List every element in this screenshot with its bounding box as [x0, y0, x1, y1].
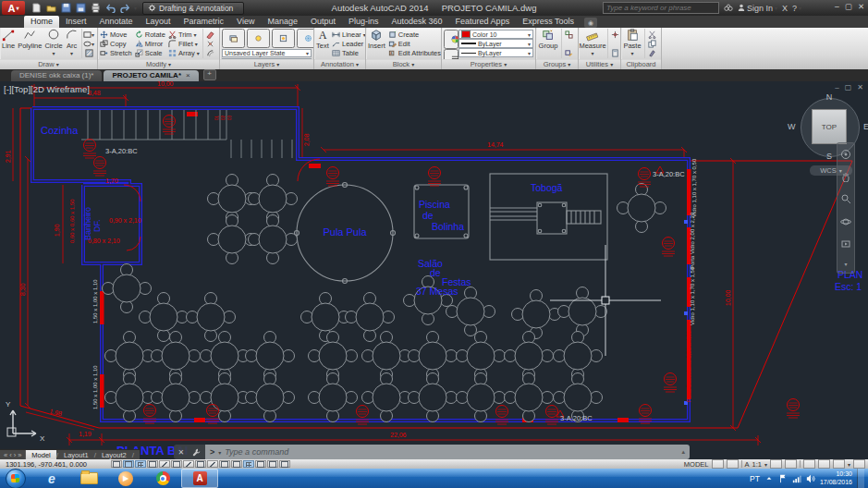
workspace-switch-button[interactable] — [803, 459, 815, 469]
status-menu-icon[interactable]: ▾ — [848, 461, 850, 468]
model-tab[interactable]: Model — [26, 450, 55, 459]
groups-panel-title[interactable]: Groups ▾ — [536, 59, 578, 69]
vp-close-icon[interactable]: ✕ — [857, 83, 863, 92]
layer-properties-icon[interactable] — [222, 29, 245, 48]
close-icon[interactable]: ✕ — [858, 2, 864, 11]
app-menu-button[interactable]: A▾ — [2, 1, 25, 15]
network-icon[interactable] — [792, 474, 801, 483]
search-binoculars-icon[interactable] — [724, 4, 733, 12]
block-panel-title[interactable]: Block ▾ — [366, 59, 441, 69]
file-tab-projeto-camila[interactable]: PROJETO CAMILA*× — [104, 70, 198, 81]
layout-button[interactable] — [727, 459, 739, 469]
cut-icon[interactable] — [645, 30, 659, 39]
navbar-more-icon[interactable]: ▾ — [844, 261, 847, 267]
copy-clip-icon[interactable] — [645, 39, 659, 48]
lwt-toggle[interactable] — [231, 460, 242, 468]
ribbon-tab-autodesk360[interactable]: Autodesk 360 — [385, 16, 449, 28]
insert-block-button[interactable]: Insert — [368, 29, 385, 58]
prev-layout-icon[interactable]: ‹ — [9, 451, 12, 459]
ribbon-tab-plugins[interactable]: Plug-ins — [342, 16, 385, 28]
sc-toggle[interactable] — [267, 460, 278, 468]
rectangle-tool-icon[interactable]: ▾ — [82, 30, 96, 39]
full-navigation-wheel-icon[interactable] — [840, 149, 851, 160]
command-input[interactable]: > ▾ Type a command ▴ — [205, 445, 690, 459]
transparency-toggle[interactable] — [243, 460, 254, 468]
compass-south[interactable]: S — [826, 152, 832, 161]
scale-dropdown-icon[interactable]: ▾ — [764, 461, 767, 468]
taskbar-autocad[interactable]: A — [181, 469, 218, 488]
group-edit-icon[interactable] — [562, 48, 576, 57]
layer-isolate-icon[interactable] — [272, 29, 295, 48]
lineweight-dropdown[interactable]: ByLayer▾ — [458, 39, 533, 48]
command-close-icon[interactable]: ✕ — [178, 448, 185, 457]
leader-button[interactable]: Leader▾ — [332, 39, 365, 48]
first-layout-icon[interactable]: « — [4, 451, 7, 459]
group-button[interactable]: Group — [538, 29, 558, 58]
zoom-icon[interactable] — [840, 193, 851, 204]
arc-tool-button[interactable]: Arc▾ — [66, 29, 79, 58]
polar-toggle[interactable] — [159, 460, 170, 468]
object-color-dropdown[interactable]: Color 10▾ — [458, 30, 533, 39]
scale-tool-button[interactable]: Scale — [135, 48, 165, 57]
pan-icon[interactable] — [840, 171, 851, 182]
text-tool-button[interactable]: A Text — [316, 29, 329, 58]
create-block-button[interactable]: Create — [388, 30, 441, 39]
restore-icon[interactable]: ▢ — [845, 2, 852, 11]
new-file-icon[interactable] — [31, 3, 43, 14]
sign-in-button[interactable]: Sign In▾ — [738, 4, 777, 13]
ungroup-icon[interactable] — [562, 30, 576, 39]
help-icon[interactable]: ?▾ — [792, 4, 801, 13]
ellipse-tool-icon[interactable]: ▾ — [82, 39, 96, 48]
stretch-tool-button[interactable]: Stretch — [100, 48, 132, 57]
coordinates-readout[interactable]: 1301.196, -970.461, 0.000 — [0, 460, 111, 469]
compass-north[interactable]: N — [826, 92, 833, 102]
dyn-toggle[interactable] — [219, 460, 230, 468]
polyline-tool-button[interactable]: Polyline — [18, 29, 42, 58]
match-properties-icon[interactable] — [645, 48, 659, 57]
taskbar-chrome[interactable] — [144, 469, 181, 488]
layout1-tab[interactable]: Layout1 — [58, 450, 94, 459]
floor-plan-drawing[interactable]: Y X 10,00 3,48 2,91 2,08 14,74 8,30 10,0… — [0, 81, 868, 459]
ducs-toggle[interactable] — [207, 460, 218, 468]
annotation-panel-title[interactable]: Annotation ▾ — [314, 59, 365, 69]
3dosnap-toggle[interactable] — [183, 460, 194, 468]
hatch-tool-icon[interactable] — [82, 48, 96, 57]
edit-attributes-button[interactable]: aEdit Attributes▾ — [388, 48, 441, 57]
isolate-objects-button[interactable] — [833, 459, 845, 469]
language-indicator[interactable]: PT — [750, 474, 760, 483]
show-desktop-button[interactable] — [857, 469, 864, 488]
layer-state-dropdown[interactable]: Unsaved Layer State▾ — [222, 49, 312, 57]
ribbon-tab-insert[interactable]: Insert — [59, 16, 93, 28]
ribbon-tab-parametric[interactable]: Parametric — [177, 16, 231, 28]
taskbar-clock[interactable]: 10:30 17/08/2016 — [820, 470, 852, 487]
open-file-icon[interactable] — [45, 3, 57, 14]
draw-panel-title[interactable]: Draw ▾ — [0, 59, 97, 69]
new-drawing-tab-button[interactable]: + — [203, 69, 216, 80]
layers-panel-title[interactable]: Layers ▾ — [220, 59, 313, 69]
volume-icon[interactable] — [806, 474, 815, 483]
linear-dimension-button[interactable]: Linear▾ — [332, 30, 365, 39]
ribbon-tab-manage[interactable]: Manage — [261, 16, 304, 28]
paste-button[interactable]: Paste▾ — [623, 29, 642, 58]
ribbon-tab-view[interactable]: View — [230, 16, 261, 28]
trim-tool-button[interactable]: Trim▾ — [168, 30, 200, 39]
vp-restore-icon[interactable]: ▢ — [845, 83, 852, 92]
id-point-icon[interactable] — [608, 30, 620, 39]
measure-button[interactable]: Measure▾ — [581, 29, 605, 58]
model-button[interactable] — [712, 459, 724, 469]
taskbar-explorer[interactable] — [70, 469, 107, 488]
command-line-bar[interactable]: ✕ > ▾ Type a command ▴ — [174, 445, 690, 459]
ribbon-tab-annotate[interactable]: Annotate — [93, 16, 140, 28]
properties-panel-title[interactable]: Properties ▾ — [442, 59, 535, 69]
linetype-dropdown[interactable]: ByLayer▾ — [458, 48, 533, 57]
array-tool-button[interactable]: Array▾ — [168, 48, 200, 57]
save-icon[interactable] — [60, 3, 72, 14]
erase-tool-icon[interactable] — [203, 30, 217, 39]
snap-toggle[interactable] — [123, 460, 134, 468]
action-center-flag-icon[interactable] — [778, 474, 788, 483]
clean-screen-button[interactable] — [853, 459, 865, 469]
explode-tool-icon[interactable] — [203, 39, 217, 48]
quick-calc-icon[interactable] — [608, 48, 620, 57]
offset-tool-icon[interactable] — [203, 48, 217, 57]
fillet-tool-button[interactable]: Fillet▾ — [168, 39, 200, 48]
